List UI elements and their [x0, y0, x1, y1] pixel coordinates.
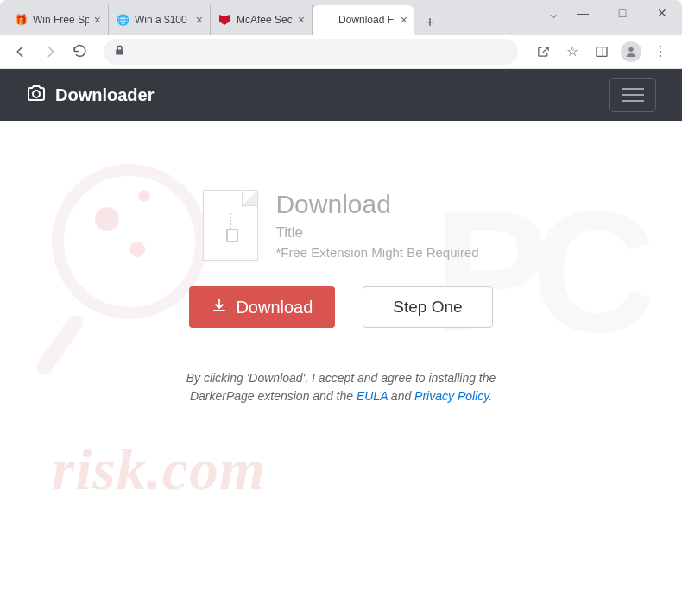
brand-text: Downloader: [55, 85, 154, 105]
kebab-menu-icon[interactable]: ⋮: [647, 39, 673, 65]
download-note: *Free Extension Might Be Required: [275, 245, 478, 260]
back-button[interactable]: [9, 40, 33, 64]
share-icon[interactable]: [530, 39, 556, 65]
privacy-policy-link[interactable]: Privacy Policy: [414, 389, 489, 403]
tab-title: Win a $100: [135, 14, 191, 26]
main-content: Download Title *Free Extension Might Be …: [0, 121, 682, 405]
globe-favicon: 🌐: [116, 13, 129, 27]
side-panel-icon[interactable]: [589, 39, 615, 65]
tab-win-free[interactable]: 🎁 Win Free Sp ×: [7, 5, 109, 35]
hamburger-menu[interactable]: [609, 78, 656, 112]
disclaimer-post: .: [489, 389, 492, 403]
download-arrow-icon: [212, 298, 227, 317]
chevron-down-icon[interactable]: ⌵: [550, 7, 557, 21]
close-icon[interactable]: ×: [196, 13, 203, 27]
gift-favicon: 🎁: [14, 13, 28, 27]
brand[interactable]: Downloader: [26, 83, 154, 108]
page-content: PC risk.com Downloader Download Title *F…: [0, 69, 682, 616]
address-bar[interactable]: [104, 39, 518, 65]
page-navbar: Downloader: [0, 69, 682, 121]
tab-download-active[interactable]: Download F ×: [313, 5, 414, 35]
forward-button[interactable]: [38, 40, 62, 64]
disclaimer-mid: and: [388, 389, 414, 403]
tab-mcafee[interactable]: McAfee Sec ×: [211, 5, 313, 35]
profile-avatar[interactable]: [618, 39, 644, 65]
mcafee-favicon: [218, 13, 231, 27]
eula-link[interactable]: EULA: [357, 389, 388, 403]
tab-title: McAfee Sec: [237, 14, 293, 26]
button-row: Download Step One: [189, 286, 492, 328]
watermark-text: risk.com: [52, 436, 266, 504]
download-text: Download Title *Free Extension Might Be …: [275, 190, 478, 260]
close-icon[interactable]: ×: [401, 13, 407, 27]
browser-titlebar: 🎁 Win Free Sp × 🌐 Win a $100 × McAfee Se…: [0, 0, 682, 35]
reload-button[interactable]: [67, 40, 92, 64]
download-heading: Download: [275, 190, 478, 219]
tab-win-100[interactable]: 🌐 Win a $100 ×: [109, 5, 211, 35]
lock-icon: [114, 45, 125, 59]
download-section: Download Title *Free Extension Might Be …: [203, 190, 478, 261]
close-icon[interactable]: ×: [94, 13, 101, 27]
close-window-button[interactable]: ✕: [642, 0, 682, 26]
svg-rect-0: [597, 47, 607, 56]
disclaimer-text: By clicking 'Download', I accept and agr…: [168, 369, 514, 405]
maximize-button[interactable]: □: [603, 0, 642, 26]
camera-icon: [26, 83, 47, 108]
file-zip-icon: [203, 190, 258, 261]
tab-title: Win Free Sp: [33, 14, 89, 26]
download-button[interactable]: Download: [189, 286, 335, 328]
tab-title: Download F: [338, 14, 395, 26]
svg-point-3: [33, 91, 40, 97]
close-icon[interactable]: ×: [298, 13, 305, 27]
star-icon[interactable]: ☆: [559, 39, 585, 65]
step-button-label: Step One: [393, 298, 462, 316]
svg-point-2: [628, 47, 633, 51]
step-one-button[interactable]: Step One: [363, 286, 492, 328]
blank-favicon: [319, 13, 333, 27]
tab-strip: 🎁 Win Free Sp × 🌐 Win a $100 × McAfee Se…: [7, 5, 442, 35]
browser-toolbar: ☆ ⋮: [0, 35, 682, 69]
minimize-button[interactable]: —: [563, 0, 603, 26]
toolbar-right: ☆ ⋮: [530, 39, 673, 65]
download-button-label: Download: [236, 298, 313, 317]
new-tab-button[interactable]: +: [418, 10, 442, 35]
download-subtitle: Title: [275, 224, 478, 242]
window-controls: — □ ✕: [563, 0, 682, 26]
